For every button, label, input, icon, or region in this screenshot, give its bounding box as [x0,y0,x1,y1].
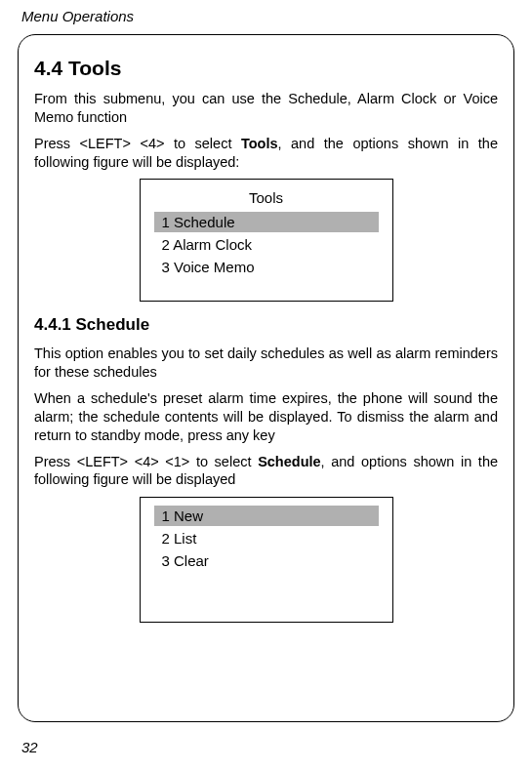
schedule-screen-item-1: 1 New [154,506,379,526]
content-frame: 4.4 Tools From this submenu, you can use… [18,34,514,722]
tools-screen-title: Tools [141,189,392,206]
sub-paragraph-2: When a schedule's preset alarm time expi… [34,389,498,445]
sub-paragraph-1: This option enables you to set daily sch… [34,345,498,382]
tools-screen-item-1: 1 Schedule [154,212,379,232]
sub-paragraph-3: Press <LEFT> <4> <1> to select Schedule,… [34,453,498,490]
subsection-heading: 4.4.1 Schedule [34,315,498,335]
section-heading: 4.4 Tools [34,57,498,80]
tools-screen-item-2: 2 Alarm Clock [154,234,379,255]
intro-paragraph-2: Press <LEFT> <4> to select Tools, and th… [34,135,498,172]
schedule-screen-item-2: 2 List [154,528,379,548]
sub-p3-a: Press <LEFT> <4> <1> to select [34,454,258,469]
page-number: 32 [21,739,38,755]
page: Menu Operations 4.4 Tools From this subm… [0,0,532,771]
schedule-screen-figure: 1 New 2 List 3 Clear [140,497,393,623]
schedule-screen-item-3: 3 Clear [154,550,379,571]
tools-screen-item-3: 3 Voice Memo [154,257,379,277]
sub-p3-bold: Schedule [258,454,320,469]
tools-screen-figure: Tools 1 Schedule 2 Alarm Clock 3 Voice M… [140,179,393,302]
intro-p2-a: Press <LEFT> <4> to select [34,136,241,151]
intro-p2-bold: Tools [241,136,278,151]
chapter-title: Menu Operations [18,8,514,24]
intro-paragraph-1: From this submenu, you can use the Sched… [34,90,498,127]
